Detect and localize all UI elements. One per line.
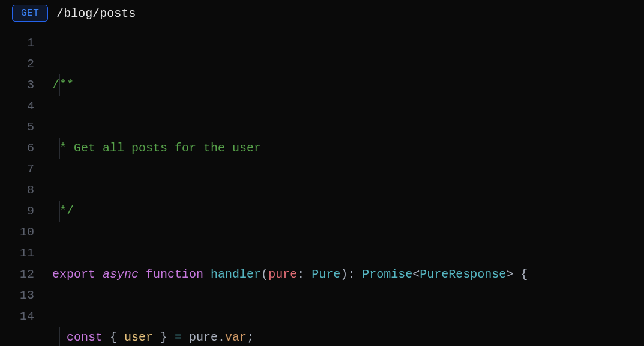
editor-header: GET /blog/posts <box>7 5 637 22</box>
code-editor[interactable]: 1 2 3 4 5 6 7 8 9 10 11 12 13 14 /** * G… <box>7 32 637 346</box>
line-number: 12 <box>7 264 34 285</box>
code-line[interactable]: */ <box>52 201 637 222</box>
line-number: 5 <box>7 117 34 138</box>
code-line[interactable]: /** <box>52 74 637 96</box>
line-number: 14 <box>7 306 34 327</box>
endpoint-path: /blog/posts <box>56 7 136 20</box>
code-line[interactable]: * Get all posts for the user <box>52 138 637 159</box>
line-gutter: 1 2 3 4 5 6 7 8 9 10 11 12 13 14 <box>7 32 52 346</box>
line-number: 11 <box>7 243 34 264</box>
line-number: 13 <box>7 285 34 306</box>
line-number: 4 <box>7 96 34 117</box>
line-number: 7 <box>7 159 34 180</box>
line-number: 6 <box>7 138 34 159</box>
line-number: 3 <box>7 74 34 96</box>
code-line[interactable]: const { user } = pure.var; <box>52 327 637 346</box>
line-number: 9 <box>7 201 34 222</box>
line-number: 8 <box>7 180 34 201</box>
http-method-badge: GET <box>12 5 48 22</box>
line-number: 1 <box>7 32 34 53</box>
line-number: 10 <box>7 222 34 243</box>
line-number: 2 <box>7 53 34 74</box>
code-line[interactable]: export async function handler(pure: Pure… <box>52 264 637 285</box>
code-content[interactable]: /** * Get all posts for the user */ expo… <box>52 32 637 346</box>
